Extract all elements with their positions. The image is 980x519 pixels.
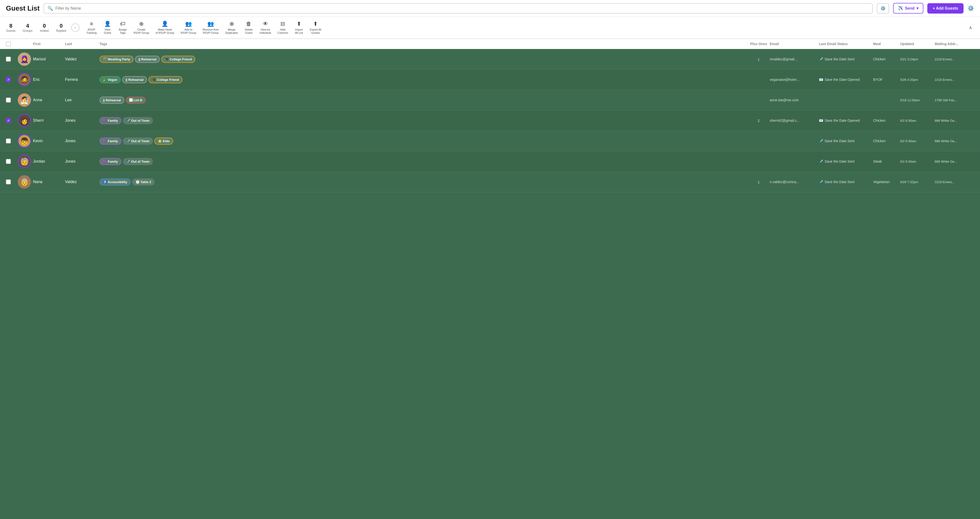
tag-item[interactable]: ♿ Accessibility [99,179,131,185]
guest-list: 🧕MarisolValdez🎊 Wedding Party|| Rehearsa… [0,49,980,192]
send-icon: ✈️ [819,57,823,61]
row-checkbox[interactable] [6,57,11,62]
remove-rsvp-icon: 👥 [207,21,214,27]
send-icon: ✈️ [819,139,823,143]
add-to-rsvp-button[interactable]: 👥 Add toRSVP Group [178,19,199,36]
export-guests-button[interactable]: ⬆ Export AllGuests [307,19,324,36]
tag-item[interactable]: ⚪ Table 2 [132,179,154,185]
guest-email: anne.lee@me.com [770,98,819,102]
row-checkbox[interactable] [6,118,11,123]
row-checkbox[interactable] [6,179,11,184]
assign-tags-icon: 🏷 [120,21,125,27]
guest-plus-ones: 1 [748,57,770,61]
tag-item[interactable]: 🌟 Kids [154,137,173,145]
view-individual-button[interactable]: 👁 View byIndividual [256,19,274,36]
send-button[interactable]: ✈️ Send ▾ [893,3,923,14]
app-title: Guest List [6,5,40,12]
col-header-last: Last [65,42,99,46]
guest-address: 2218 Emers... [935,180,974,184]
email-open-icon: 📧 [819,118,823,123]
email-open-icon: 📧 [819,78,823,81]
col-header-first: First [33,42,65,46]
col-header-tags: Tags [99,42,748,46]
guest-first-name: Sherri [33,118,65,123]
row-checkbox[interactable] [6,97,11,102]
guest-first-name: Anne [33,98,65,102]
remove-from-rsvp-button[interactable]: 👥 Remove fromRSVP Group [200,19,222,36]
table-row[interactable]: 👦KevinJones💜 Family✈️ Out of Town🌟 Kids✈… [0,131,980,151]
guest-meal: BYOF [873,78,900,81]
tag-item[interactable]: 💜 Family [99,158,121,165]
search-input[interactable] [56,6,869,11]
tag-item[interactable]: || Rehearsal [122,76,147,83]
view-guest-icon: 👤 [104,21,111,27]
import-icon: ⬆ [297,21,301,27]
row-checkbox[interactable] [6,77,11,82]
send-icon: ✈️ [898,6,903,11]
tag-item[interactable]: ✈️ Out of Town [123,137,153,145]
tag-item[interactable]: || Rehearsal [135,56,160,63]
guest-updated: 6/2 6:36am [900,119,935,123]
hide-columns-button[interactable]: ⊟ HideColumns [275,19,291,36]
tag-item[interactable]: 🎊 Wedding Party [99,56,134,63]
settings-button[interactable]: ⚙️ [967,5,974,11]
tag-item[interactable]: ✈️ Out of Town [123,117,153,124]
col-header-plusones: Plus Ones [748,42,770,46]
table-row[interactable]: 🧓JordanJones💜 Family✈️ Out of Town✈️Save… [0,151,980,172]
guest-tags: 💜 Family✈️ Out of Town [99,117,748,124]
tag-item[interactable]: 💜 Family [99,117,121,124]
col-header-meal: Meal [873,42,900,46]
guest-address: 886 White Oa... [935,119,974,123]
make-head-button[interactable]: 👤 Make Headof RSVP Group [153,19,177,36]
view-guest-button[interactable]: 👤 ViewGuest [100,19,115,36]
guest-meal: Chicken [873,57,900,61]
tag-item[interactable]: 🎓 College Friend [148,76,183,83]
guest-email: n.valdez@comca... [770,180,819,184]
rsvp-tracking-button[interactable]: ≡ RSVPTracking [83,19,100,36]
guest-updated: 6/26 7:32pm [900,180,935,184]
stat-groups: 4 Groups [23,23,32,32]
tag-item[interactable]: || Rehearsal [99,97,124,104]
guest-updated: 6/2 6:36am [900,139,935,143]
table-row[interactable]: 👵NanaValdez♿ Accessibility⚪ Table 21n.va… [0,172,980,192]
guest-last-name: Ferrera [65,77,99,82]
row-checkbox[interactable] [6,139,11,144]
table-row[interactable]: 👩SherriJones💜 Family✈️ Out of Town2sherr… [0,110,980,131]
merge-duplicates-button[interactable]: ⊕ MergeDuplicates [222,19,241,36]
guest-plus-ones: 2 [748,118,770,123]
table-row[interactable]: 🧖AnneLee|| Rehearsal🅱 List Banne.lee@me.… [0,90,980,110]
top-bar: Guest List 🔍 ⚙️ ✈️ Send ▾ + Add Guests ⚙… [0,0,980,17]
guest-address: 1798 Still Pas... [935,98,974,102]
nav-back-button[interactable]: ‹ [71,23,80,32]
tag-item[interactable]: ✈️ Out of Town [123,158,153,165]
guest-first-name: Marisol [33,57,65,61]
delete-guest-button[interactable]: 🗑 DeleteGuest [241,19,256,36]
toolbar-actions: ≡ RSVPTracking 👤 ViewGuest 🏷 AssignTags … [83,19,967,36]
add-rsvp-icon: 👥 [185,21,192,27]
assign-tags-button[interactable]: 🏷 AssignTags [115,19,130,36]
avatar: 👵 [18,175,31,188]
table-row[interactable]: 🧔EricFerrera🥦 Vegan|| Rehearsal🎓 College… [0,70,980,90]
row-checkbox[interactable] [6,159,11,164]
tag-item[interactable]: 🎓 College Friend [161,56,195,63]
col-header-email-status: Last Email Status [819,42,873,46]
collapse-toolbar-button[interactable]: ∧ [967,23,974,32]
filter-button[interactable]: ⚙️ [877,3,889,14]
tag-item[interactable]: 🅱 List B [126,97,146,104]
create-rsvp-group-button[interactable]: ⊕ CreateRSVP Group [130,19,152,36]
stats-group: 8 Guests 4 Groups 0 Invited 0 Replied [6,23,66,32]
tag-item[interactable]: 💜 Family [99,137,121,145]
delete-icon: 🗑 [246,21,251,27]
guest-tags: ♿ Accessibility⚪ Table 2 [99,179,748,185]
guest-first-name: Kevin [33,139,65,143]
import-list-button[interactable]: ⬆ ImportAll List [291,19,306,36]
table-row[interactable]: 🧕MarisolValdez🎊 Wedding Party|| Rehearsa… [0,49,980,70]
guest-plus-ones: 1 [748,180,770,184]
guest-email-status: 📧Save the Date Opened [819,78,873,81]
guest-first-name: Eric [33,77,65,82]
select-all-checkbox[interactable] [6,42,11,46]
merge-icon: ⊕ [229,21,234,27]
add-guests-button[interactable]: + Add Guests [927,3,964,14]
tag-item[interactable]: 🥦 Vegan [99,76,121,83]
guest-tags: 💜 Family✈️ Out of Town🌟 Kids [99,137,748,145]
